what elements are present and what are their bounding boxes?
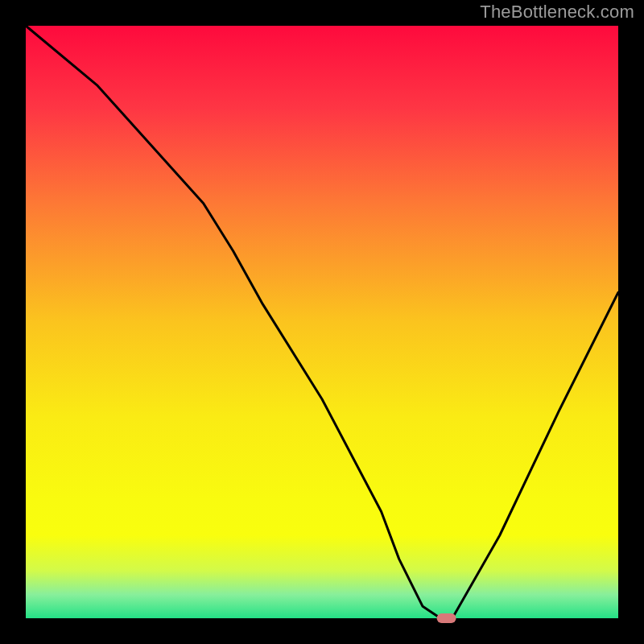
chart-svg: [0, 0, 644, 644]
plot-area: [26, 26, 618, 618]
watermark-text: TheBottleneck.com: [480, 2, 634, 23]
bottleneck-chart: TheBottleneck.com: [0, 0, 644, 644]
optimal-point-marker: [437, 613, 456, 623]
